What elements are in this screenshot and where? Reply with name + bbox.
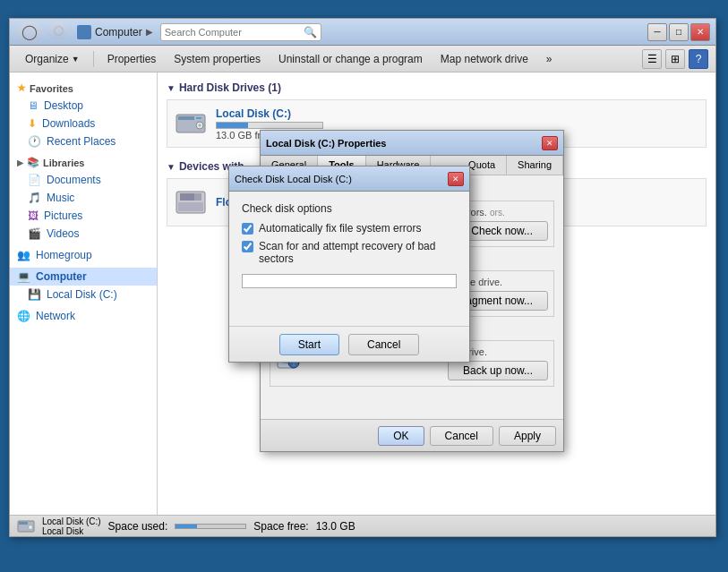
checkdisk-footer: Start Cancel	[229, 326, 469, 362]
bad-sectors-label: Scan for and attempt recovery of bad sec…	[259, 240, 457, 265]
section-arrow: ▼	[167, 83, 176, 93]
view-toggle-button[interactable]: ⊞	[665, 49, 685, 69]
map-network-button[interactable]: Map network drive	[433, 50, 536, 68]
checkdisk-start-button[interactable]: Start	[279, 334, 339, 355]
window-controls: ─ □ ✕	[647, 23, 710, 41]
system-properties-button[interactable]: System properties	[166, 50, 269, 68]
properties-ok-button[interactable]: OK	[378, 426, 424, 446]
view-options-button[interactable]: ☰	[642, 49, 662, 69]
svg-rect-10	[19, 522, 28, 525]
breadcrumb-arrow: ▶	[146, 27, 153, 37]
svg-point-11	[29, 525, 33, 529]
fix-errors-label: Automatically fix file system errors	[259, 222, 421, 235]
sidebar-computer: 💻 Computer 💾 Local Disk (C:)	[10, 268, 157, 303]
maximize-button[interactable]: □	[669, 23, 689, 41]
checkdisk-cancel-button[interactable]: Cancel	[348, 334, 419, 355]
sidebar-favorites: ★ Favorites 🖥 Desktop ⬇ Downloads 🕐 Rece…	[10, 80, 157, 150]
downloads-label: Downloads	[42, 117, 95, 130]
checkdisk-close-button[interactable]: ✕	[448, 172, 464, 186]
close-button[interactable]: ✕	[690, 23, 710, 41]
homegroup-label: Homegroup	[36, 249, 92, 261]
sidebar-favorites-header[interactable]: ★ Favorites	[10, 80, 157, 97]
more-label: »	[546, 53, 552, 65]
minimize-button[interactable]: ─	[647, 23, 667, 41]
uninstall-button[interactable]: Uninstall or change a program	[270, 50, 431, 68]
checkbox-bad-sectors: Scan for and attempt recovery of bad sec…	[242, 240, 457, 265]
properties-footer: OK Cancel Apply	[261, 419, 563, 451]
hard-disk-label: Hard Disk Drives (1)	[179, 81, 281, 94]
svg-rect-6	[180, 193, 194, 201]
libraries-icon: 📚	[27, 157, 39, 168]
toolbar: Organize ▼ Properties System properties …	[10, 46, 715, 73]
recent-icon: 🕐	[28, 135, 41, 148]
sidebar-libraries: ▶ 📚 Libraries 📄 Documents 🎵 Music 🖼 Pict…	[10, 154, 157, 243]
libraries-label: Libraries	[43, 158, 84, 168]
sidebar-libraries-header[interactable]: ▶ 📚 Libraries	[10, 154, 157, 171]
disk-name: Local Disk (C:)	[216, 107, 700, 120]
music-label: Music	[47, 192, 74, 204]
breadcrumb-computer[interactable]: Computer	[95, 26, 142, 38]
status-disk-info: Local Disk (C:) Local Disk	[42, 517, 101, 536]
more-button[interactable]: »	[538, 50, 561, 68]
sidebar-item-downloads[interactable]: ⬇ Downloads	[10, 115, 157, 132]
backup-now-button[interactable]: Back up now...	[448, 361, 548, 380]
network-icon: 🌐	[17, 310, 30, 322]
checkdisk-progress-bar	[242, 274, 457, 288]
status-space-free-value: 13.0 GB	[316, 520, 355, 533]
search-icon[interactable]: 🔍	[304, 26, 317, 38]
sidebar-item-local-disk[interactable]: 💾 Local Disk (C:)	[10, 286, 157, 303]
checkdisk-options-label: Check disk options	[242, 202, 457, 215]
desktop-icon: 🖥	[28, 99, 39, 112]
organize-label: Organize	[25, 53, 69, 65]
checkdisk-title-bar: Check Disk Local Disk (C:) ✕	[229, 166, 469, 192]
properties-cancel-button[interactable]: Cancel	[430, 426, 493, 446]
back-button[interactable]: ◯	[15, 21, 44, 43]
organize-button[interactable]: Organize ▼	[17, 50, 88, 68]
help-button[interactable]: ?	[689, 49, 708, 69]
checkdisk-dialog: Check Disk Local Disk (C:) ✕ Check disk …	[228, 166, 470, 363]
fix-errors-checkbox[interactable]	[242, 223, 253, 235]
status-progress-bar	[175, 524, 246, 529]
hard-disk-section-title: ▼ Hard Disk Drives (1)	[167, 81, 707, 94]
star-icon: ★	[17, 82, 26, 94]
sidebar-item-music[interactable]: 🎵 Music	[10, 189, 157, 207]
map-network-label: Map network drive	[441, 53, 528, 65]
tab-sharing[interactable]: Sharing	[507, 156, 563, 175]
svg-rect-7	[194, 193, 201, 201]
floppy-drive-icon	[173, 184, 209, 220]
sidebar-item-videos[interactable]: 🎬 Videos	[10, 225, 157, 243]
properties-close-button[interactable]: ✕	[542, 136, 558, 150]
search-input[interactable]	[165, 27, 304, 38]
window-icon	[77, 25, 91, 39]
properties-title: Local Disk (C:) Properties	[266, 138, 542, 149]
favorites-label: Favorites	[30, 83, 73, 94]
desktop-label: Desktop	[44, 99, 83, 112]
sidebar-item-pictures[interactable]: 🖼 Pictures	[10, 207, 157, 225]
bad-sectors-checkbox[interactable]	[242, 241, 253, 252]
properties-apply-button[interactable]: Apply	[499, 426, 556, 446]
sidebar-item-recent[interactable]: 🕐 Recent Places	[10, 132, 157, 150]
properties-label: Properties	[107, 53, 157, 65]
computer-label: Computer	[36, 270, 87, 283]
sidebar-item-network[interactable]: 🌐 Network	[10, 307, 157, 325]
sidebar: ★ Favorites 🖥 Desktop ⬇ Downloads 🕐 Rece…	[10, 73, 158, 515]
sidebar-item-computer[interactable]: 💻 Computer	[10, 268, 157, 286]
music-icon: 🎵	[28, 192, 41, 204]
organize-arrow: ▼	[72, 55, 80, 64]
sidebar-network: 🌐 Network	[10, 307, 157, 325]
computer-icon: 💻	[17, 270, 30, 283]
videos-label: Videos	[47, 227, 79, 240]
documents-label: Documents	[47, 174, 101, 186]
sidebar-item-homegroup[interactable]: 👥 Homegroup	[10, 246, 157, 264]
checkdisk-title: Check Disk Local Disk (C:)	[235, 174, 448, 184]
forward-button[interactable]: ◯	[47, 21, 70, 39]
search-bar[interactable]: 🔍	[160, 23, 321, 41]
status-progress-fill	[176, 525, 196, 528]
properties-button[interactable]: Properties	[99, 50, 165, 68]
toolbar-right: ☰ ⊞ ?	[642, 49, 708, 69]
network-label: Network	[36, 310, 75, 322]
pictures-label: Pictures	[44, 209, 82, 222]
sidebar-item-documents[interactable]: 📄 Documents	[10, 171, 157, 189]
sidebar-item-desktop[interactable]: 🖥 Desktop	[10, 97, 157, 115]
checkbox-fix-errors: Automatically fix file system errors	[242, 222, 457, 235]
